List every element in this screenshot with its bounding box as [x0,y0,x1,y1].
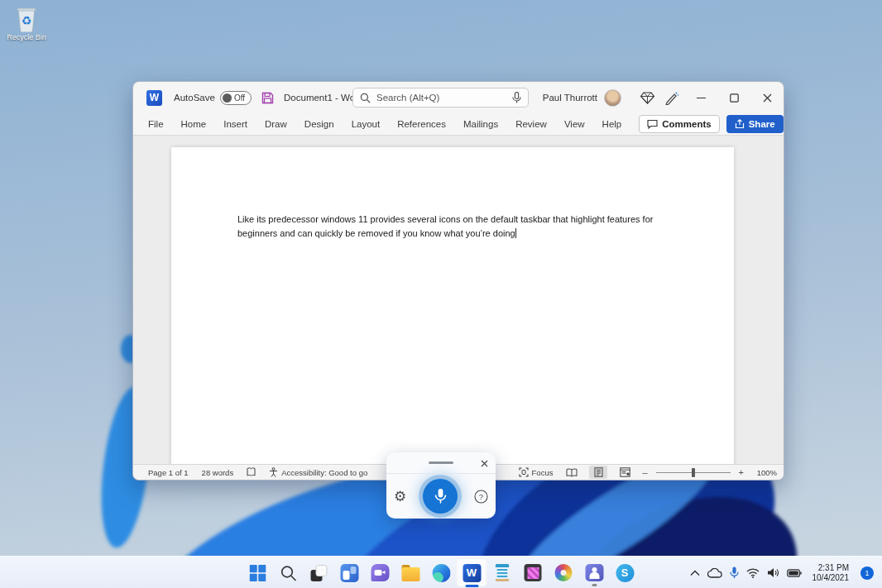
share-icon [735,119,745,129]
proofing-book-icon[interactable] [247,467,256,477]
paragraph: Like its predecessor windows 11 provides… [237,213,669,240]
notepad-button[interactable] [487,558,518,587]
microphone-icon[interactable] [423,479,458,514]
user-avatar[interactable] [604,89,621,107]
text-cursor [515,228,516,238]
tab-home[interactable]: Home [181,119,207,129]
accessibility-person-icon [269,467,278,477]
dictate-mic-icon[interactable] [512,92,521,103]
word-logo-icon [146,90,162,106]
cloud-icon[interactable] [707,568,722,578]
voice-panel-header [386,452,496,474]
minimize-icon[interactable] [684,82,717,113]
word-titlebar: AutoSave Off Document1 - Word Search (Al… [133,82,784,113]
voice-typing-panel: ⚙ ? [386,452,496,519]
tab-insert[interactable]: Insert [223,119,247,129]
recycle-bin-label: Recycle Bin [7,33,46,41]
recycle-bin-shortcut[interactable]: ♻ Recycle Bin [7,6,46,41]
word-icon [463,564,481,582]
user-name[interactable]: Paul Thurrott [543,93,597,103]
settings-gear-icon[interactable]: ⚙ [394,490,406,504]
media-app-icon [525,564,542,581]
print-layout-icon[interactable] [589,466,607,479]
tab-review[interactable]: Review [515,119,547,129]
comments-label: Comments [662,119,711,129]
taskbar-search-button[interactable] [273,558,304,587]
page-indicator[interactable]: Page 1 of 1 [148,468,189,477]
tab-references[interactable]: References [397,119,446,129]
drag-handle[interactable] [429,461,453,464]
start-button[interactable] [242,558,273,587]
document-page[interactable]: Like its predecessor windows 11 provides… [171,147,734,464]
mic-icon[interactable] [730,566,739,579]
speaker-icon[interactable] [767,567,779,578]
edge-icon [432,564,450,582]
task-view-button[interactable] [304,558,334,587]
accessibility-status[interactable]: Accessibility: Good to go [269,467,367,477]
svg-text:♻: ♻ [22,14,32,27]
autosave-state: Off [234,93,245,103]
maximize-icon[interactable] [717,82,750,113]
editing-pen-icon[interactable] [659,82,684,113]
ribbon-tabs-row: File Home Insert Draw Design Layout Refe… [133,113,784,136]
media-app-button[interactable] [518,558,549,587]
wifi-icon[interactable] [746,568,760,578]
comment-bubble-icon [647,119,658,129]
taskbar-center-icons [242,557,640,588]
tab-file[interactable]: File [148,119,164,129]
autosave-label: AutoSave [174,93,215,103]
tray-date: 10/4/2021 [812,573,850,583]
share-label: Share [749,119,775,129]
skype-button[interactable] [610,558,640,587]
help-icon[interactable]: ? [474,490,488,504]
paint-button[interactable] [549,558,579,587]
zoom-in-button[interactable]: + [739,467,744,477]
autosave-control[interactable]: AutoSave Off [174,91,252,105]
rewards-diamond-icon[interactable] [635,82,659,113]
task-view-icon [309,564,328,582]
chat-button[interactable] [365,558,395,587]
notification-badge[interactable]: 1 [860,566,874,580]
search-placeholder: Search (Alt+Q) [376,93,506,103]
share-button[interactable]: Share [726,115,784,133]
tab-view[interactable]: View [564,119,585,129]
system-tray: 2:31 PM 10/4/2021 1 [690,557,882,588]
close-icon[interactable] [477,457,491,470]
read-mode-icon[interactable] [563,466,581,479]
word-count[interactable]: 28 words [202,468,234,477]
tab-draw[interactable]: Draw [265,119,287,129]
widgets-button[interactable] [334,558,365,587]
notepad-icon [496,564,510,581]
web-layout-icon[interactable] [616,466,634,479]
document-canvas: Like its predecessor windows 11 provides… [133,136,784,464]
file-explorer-button[interactable] [395,558,426,587]
paint-icon [555,564,573,581]
chat-icon [371,564,389,581]
word-taskbar-button[interactable] [457,558,487,587]
widgets-icon [340,564,358,582]
search-box[interactable]: Search (Alt+Q) [352,88,529,108]
edge-button[interactable] [426,558,457,587]
zoom-out-button[interactable]: – [642,467,647,477]
tab-help[interactable]: Help [602,119,622,129]
teams-button[interactable] [579,558,610,587]
comments-button[interactable]: Comments [639,115,719,133]
document-title: Document1 - Word [284,93,363,103]
close-icon[interactable] [750,82,784,113]
voice-panel-body: ⚙ ? [386,474,496,519]
teams-icon [585,564,603,581]
focus-button[interactable]: Focus [519,467,554,477]
taskbar: 2:31 PM 10/4/2021 1 [0,556,882,588]
zoom-slider[interactable] [656,472,731,473]
search-icon [280,565,296,581]
tab-mailings[interactable]: Mailings [463,119,498,129]
tab-design[interactable]: Design [304,119,334,129]
autosave-toggle[interactable]: Off [220,91,252,105]
save-icon[interactable] [261,92,274,104]
chevron-up-icon[interactable] [690,570,700,576]
battery-icon[interactable] [787,569,802,577]
zoom-level[interactable]: 100% [752,468,777,477]
tab-layout[interactable]: Layout [352,119,381,129]
zoom-slider-handle[interactable] [692,468,695,477]
taskbar-clock[interactable]: 2:31 PM 10/4/2021 [812,563,850,583]
